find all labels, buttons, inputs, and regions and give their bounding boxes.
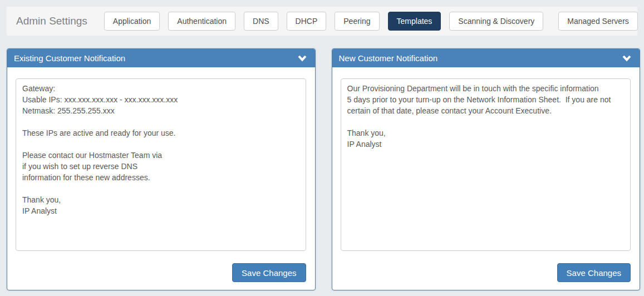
tab-authentication[interactable]: Authentication (168, 12, 235, 31)
tab-peering[interactable]: Peering (335, 12, 379, 31)
tab-dhcp[interactable]: DHCP (287, 12, 327, 31)
tab-application[interactable]: Application (104, 12, 160, 31)
settings-tab-bar: Application Authentication DNS DHCP Peer… (104, 12, 638, 31)
admin-settings-toolbar: Admin Settings Application Authenticatio… (6, 6, 638, 36)
new-customer-notification-panel: New Customer Notification Our Provisioni… (332, 48, 641, 290)
panel-footer: Save Changes (341, 263, 631, 282)
panel-body: Our Provisioning Department will be in t… (332, 67, 640, 290)
panel-header: New Customer Notification (332, 49, 640, 67)
panel-body: Gateway: Usable IPs: xxx.xxx.xxx.xxx - x… (7, 67, 315, 290)
chevron-down-icon[interactable] (298, 55, 307, 62)
panel-header: Existing Customer Notification (7, 49, 315, 67)
existing-customer-notification-panel: Existing Customer Notification Gateway: … (7, 48, 316, 290)
page-title: Admin Settings (16, 15, 87, 27)
panel-title: Existing Customer Notification (14, 53, 125, 63)
tab-managed-servers[interactable]: Managed Servers (558, 12, 638, 31)
save-changes-button[interactable]: Save Changes (557, 263, 631, 282)
notification-panels: Existing Customer Notification Gateway: … (7, 48, 640, 290)
tab-dns[interactable]: DNS (244, 12, 278, 31)
panel-footer: Save Changes (16, 263, 306, 282)
chevron-down-icon[interactable] (622, 55, 631, 62)
existing-notification-textarea[interactable]: Gateway: Usable IPs: xxx.xxx.xxx.xxx - x… (16, 78, 306, 251)
new-notification-textarea[interactable]: Our Provisioning Department will be in t… (341, 78, 631, 251)
tab-scanning-discovery[interactable]: Scanning & Discovery (449, 12, 543, 31)
panel-title: New Customer Notification (339, 53, 438, 63)
save-changes-button[interactable]: Save Changes (232, 263, 306, 282)
tab-templates[interactable]: Templates (388, 12, 441, 31)
